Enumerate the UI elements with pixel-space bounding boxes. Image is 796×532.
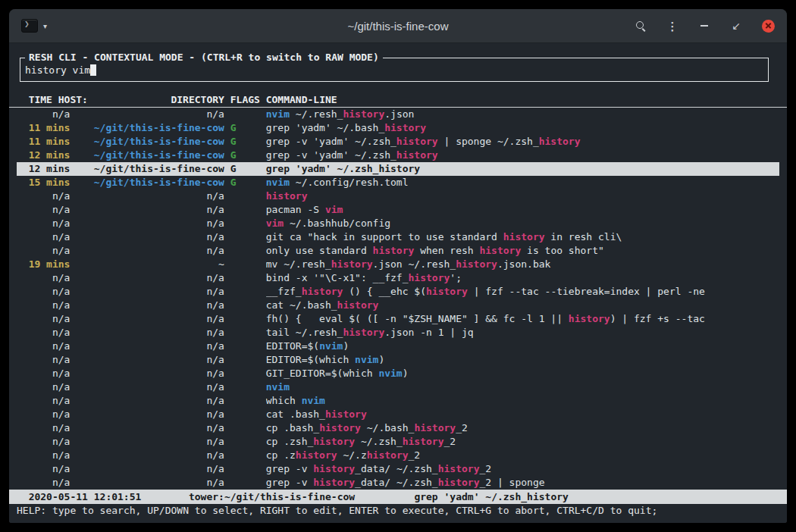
command-segment: history: [403, 436, 444, 447]
row-time: n/a: [17, 462, 70, 476]
command-segment: nvim: [266, 177, 290, 188]
row-time: 12 mins: [17, 149, 70, 162]
row-command: bind -x '"\C-x1": __fzf_history';: [266, 271, 779, 285]
command-segment: ): [403, 368, 409, 379]
history-row[interactable]: n/an/aGIT_EDITOR=$(which nvim): [17, 367, 779, 380]
row-time: n/a: [17, 285, 70, 299]
history-row[interactable]: n/an/agrep -v history_data/ ~/.zsh_histo…: [17, 462, 779, 476]
history-row[interactable]: n/an/apacman -S vim: [17, 203, 779, 217]
row-time: n/a: [17, 408, 70, 421]
history-table-header: TIME HOST: DIRECTORY FLAGS COMMAND-LINE: [9, 93, 787, 108]
command-segment: ~/.bash_: [361, 422, 414, 433]
row-location: n/a: [70, 217, 224, 230]
row-location: n/a: [70, 380, 224, 394]
row-location: n/a: [70, 449, 224, 462]
history-row[interactable]: 19 mins~mv ~/.resh_history.json ~/.resh_…: [17, 258, 779, 271]
row-location: ~/git/this-is-fine-cow: [70, 149, 224, 162]
selected-entry-statusbar: 2020-05-11 12:01:51 tower:~/git/this-is-…: [9, 490, 787, 504]
history-row[interactable]: n/an/avim ~/.bashhub/config: [17, 217, 779, 230]
close-button[interactable]: [761, 19, 775, 33]
command-segment: history: [313, 463, 355, 474]
history-row[interactable]: n/an/agit ca "hack in support to use sta…: [17, 230, 779, 244]
history-row[interactable]: n/an/anvim ~/.resh_history.json: [17, 108, 779, 121]
history-row[interactable]: n/an/atail ~/.resh_history.json -n 1 | j…: [17, 326, 779, 340]
row-command: pacman -S vim: [266, 203, 779, 217]
history-row[interactable]: n/an/acat ~/.bash_history: [17, 299, 779, 312]
command-segment: history: [331, 258, 373, 270]
row-time: n/a: [17, 421, 70, 435]
row-command: only use standard history when resh hist…: [266, 244, 779, 258]
profile-caret-icon[interactable]: ▾: [43, 22, 47, 30]
command-segment: fh() { eval $( ([ -n "$ZSH_NAME" ] && fc…: [266, 313, 569, 324]
command-segment: cp .bash_: [266, 422, 319, 433]
row-command: nvim ~/.config/resh.toml: [266, 176, 779, 189]
history-row[interactable]: n/an/ahistory: [17, 189, 779, 203]
row-time: n/a: [17, 312, 70, 326]
search-query-input[interactable]: history vim: [25, 64, 763, 77]
command-segment: nvim: [378, 368, 402, 379]
command-segment: history: [539, 136, 581, 147]
history-row[interactable]: 11 mins~/git/this-is-fine-cowGgrep -v 'y…: [17, 135, 779, 149]
command-segment: .json -n 1 | jq: [384, 327, 473, 338]
history-row[interactable]: n/an/abind -x '"\C-x1": __fzf_history';: [17, 271, 779, 285]
history-row[interactable]: n/an/a__fzf_history () { __ehc $(history…: [17, 285, 779, 299]
command-segment: vim: [325, 204, 343, 215]
row-time: n/a: [17, 340, 70, 353]
command-segment: history: [503, 231, 545, 243]
command-segment: _2 | sponge: [479, 477, 544, 488]
terminal-window: ▾ ~/git/this-is-fine-cow ⋮ ↙ RESH CLI - …: [9, 9, 787, 523]
history-row[interactable]: n/an/awhich nvim: [17, 394, 779, 408]
profile-dropdown-button[interactable]: ▾: [21, 19, 165, 33]
command-segment: history: [384, 122, 426, 133]
row-flags: [230, 299, 260, 312]
history-row[interactable]: n/an/acp .zsh_history ~/.zsh_history_2: [17, 435, 779, 449]
row-location: n/a: [70, 421, 224, 435]
command-segment: history: [479, 245, 521, 256]
row-flags: [230, 108, 260, 121]
command-segment: ~/.z: [337, 449, 367, 461]
row-flags: G: [230, 135, 260, 149]
history-row[interactable]: 11 mins~/git/this-is-fine-cowGgrep 'yadm…: [17, 121, 779, 135]
row-location: ~/git/this-is-fine-cow: [70, 176, 224, 189]
command-segment: history: [438, 477, 480, 488]
history-row[interactable]: 15 mins~/git/this-is-fine-cowGnvim ~/.co…: [17, 176, 779, 189]
command-segment: history: [409, 272, 450, 283]
row-command: grep -v history_data/ ~/.zsh_history_2: [266, 462, 779, 476]
row-command: cat ~/.bash_history: [266, 299, 779, 312]
history-row[interactable]: n/an/acp .zhistory ~/.zhistory_2: [17, 449, 779, 462]
command-segment: history: [343, 108, 384, 120]
history-row[interactable]: n/an/afh() { eval $( ([ -n "$ZSH_NAME" ]…: [17, 312, 779, 326]
row-flags: [230, 476, 260, 490]
minimize-button[interactable]: [697, 19, 711, 33]
row-location: ~/git/this-is-fine-cow: [70, 121, 224, 135]
search-button[interactable]: [634, 19, 647, 33]
history-row[interactable]: n/an/aEDITOR=$(nvim): [17, 340, 779, 353]
restore-button[interactable]: ↙: [729, 19, 743, 33]
row-command: __fzf_history () { __ehc $(history | fzf…: [266, 285, 779, 299]
row-command: cp .bash_history ~/.bash_history_2: [266, 421, 779, 435]
command-segment: _2: [444, 436, 456, 447]
history-row[interactable]: 12 mins~/git/this-is-fine-cowGgrep -v 'y…: [17, 149, 779, 162]
titlebar-controls: ⋮ ↙: [631, 19, 775, 33]
history-row-selected[interactable]: 12 mins~/git/this-is-fine-cowGgrep 'yadm…: [17, 162, 779, 176]
row-flags: [230, 203, 260, 217]
row-location: n/a: [70, 189, 224, 203]
command-segment: tail ~/.resh_: [266, 327, 343, 338]
history-row[interactable]: n/an/anvim: [17, 380, 779, 394]
command-segment: history: [319, 422, 361, 433]
row-flags: [230, 421, 260, 435]
command-segment: | sponge ~/.zsh_: [438, 136, 539, 147]
command-segment: when resh: [414, 245, 479, 256]
menu-button[interactable]: ⋮: [666, 19, 679, 33]
command-segment: only use standard: [266, 245, 373, 256]
row-flags: [230, 312, 260, 326]
history-row[interactable]: n/an/aonly use standard history when res…: [17, 244, 779, 258]
command-segment: EDITOR=$(which: [266, 354, 355, 365]
history-row[interactable]: n/an/agrep -v history_data/ ~/.zsh_histo…: [17, 476, 779, 490]
row-time: 12 mins: [17, 162, 70, 176]
row-command: grep 'yadm' ~/.bash_history: [266, 121, 779, 135]
history-row[interactable]: n/an/acat .bash_history: [17, 408, 779, 421]
history-row[interactable]: n/an/acp .bash_history ~/.bash_history_2: [17, 421, 779, 435]
history-row[interactable]: n/an/aEDITOR=$(which nvim): [17, 353, 779, 367]
status-command: grep 'yadm' ~/.zsh_history: [414, 490, 569, 504]
